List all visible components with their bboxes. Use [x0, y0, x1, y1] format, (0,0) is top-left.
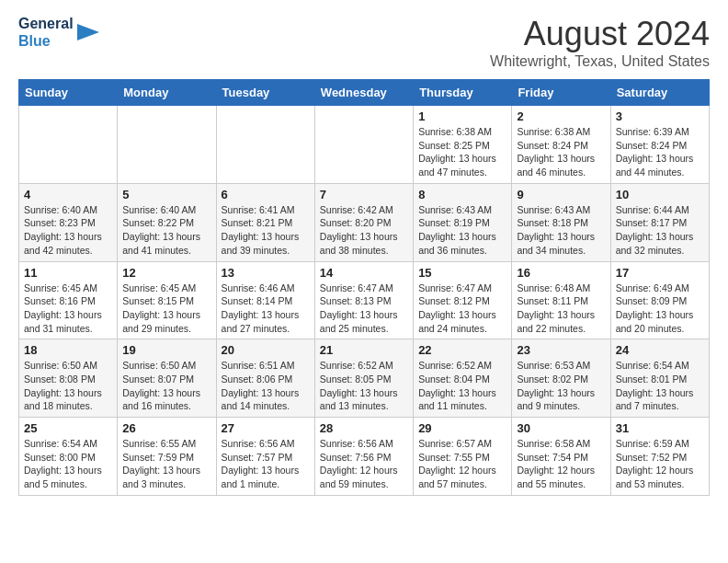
cell-sunset: Sunset: 8:22 PM: [122, 216, 210, 230]
weekday-header-wednesday: Wednesday: [314, 80, 413, 106]
cell-sunset: Sunset: 8:25 PM: [418, 139, 506, 153]
cell-sunset: Sunset: 8:24 PM: [616, 139, 704, 153]
cell-day-number: 23: [517, 343, 605, 357]
cell-sunset: Sunset: 8:09 PM: [616, 294, 704, 308]
calendar-cell: 8 Sunrise: 6:43 AM Sunset: 8:19 PM Dayli…: [414, 183, 512, 261]
calendar-cell: 2 Sunrise: 6:38 AM Sunset: 8:24 PM Dayli…: [512, 106, 610, 184]
cell-daylight: Daylight: 13 hours and 32 minutes.: [616, 230, 704, 257]
cell-day-number: 29: [418, 421, 506, 435]
cell-day-number: 13: [222, 266, 310, 280]
cell-sunset: Sunset: 8:08 PM: [24, 373, 112, 386]
cell-day-number: 7: [320, 188, 408, 201]
cell-daylight: Daylight: 13 hours and 34 minutes.: [517, 230, 605, 257]
cell-sunset: Sunset: 8:14 PM: [222, 294, 310, 308]
cell-daylight: Daylight: 13 hours and 29 minutes.: [122, 308, 210, 335]
cell-sunset: Sunset: 7:52 PM: [616, 451, 704, 465]
cell-sunrise: Sunrise: 6:43 AM: [418, 203, 506, 217]
cell-sunrise: Sunrise: 6:47 AM: [418, 282, 506, 295]
cell-day-number: 31: [616, 421, 704, 435]
cell-day-number: 1: [418, 109, 506, 123]
cell-sunset: Sunset: 8:23 PM: [24, 216, 112, 230]
cell-day-number: 21: [320, 343, 408, 357]
calendar-cell: 23 Sunrise: 6:53 AM Sunset: 8:02 PM Dayl…: [512, 339, 610, 418]
calendar-week-row: 11 Sunrise: 6:45 AM Sunset: 8:16 PM Dayl…: [19, 261, 710, 339]
calendar-cell: 12 Sunrise: 6:45 AM Sunset: 8:15 PM Dayl…: [118, 261, 216, 339]
cell-day-number: 12: [122, 266, 210, 280]
cell-day-number: 10: [616, 188, 704, 201]
title-area: August 2024 Whitewright, Texas, United S…: [490, 15, 710, 70]
cell-day-number: 28: [320, 421, 408, 435]
calendar-week-row: 25 Sunrise: 6:54 AM Sunset: 8:00 PM Dayl…: [19, 418, 710, 496]
calendar-week-row: 4 Sunrise: 6:40 AM Sunset: 8:23 PM Dayli…: [19, 183, 710, 261]
cell-daylight: Daylight: 13 hours and 3 minutes.: [122, 464, 210, 490]
cell-day-number: 22: [418, 343, 506, 357]
cell-daylight: Daylight: 13 hours and 46 minutes.: [517, 152, 605, 178]
cell-sunset: Sunset: 7:56 PM: [320, 451, 408, 465]
cell-daylight: Daylight: 12 hours and 59 minutes.: [320, 464, 408, 490]
cell-sunset: Sunset: 7:54 PM: [517, 451, 605, 465]
cell-daylight: Daylight: 12 hours and 57 minutes.: [418, 464, 506, 490]
cell-daylight: Daylight: 13 hours and 25 minutes.: [320, 308, 408, 335]
calendar-cell: 6 Sunrise: 6:41 AM Sunset: 8:21 PM Dayli…: [216, 183, 314, 261]
cell-sunset: Sunset: 7:59 PM: [122, 451, 210, 465]
cell-day-number: 3: [616, 109, 704, 123]
cell-sunrise: Sunrise: 6:43 AM: [517, 203, 605, 217]
calendar-cell: 21 Sunrise: 6:52 AM Sunset: 8:05 PM Dayl…: [314, 339, 413, 418]
calendar-cell: 16 Sunrise: 6:48 AM Sunset: 8:11 PM Dayl…: [512, 261, 610, 339]
calendar-cell: 9 Sunrise: 6:43 AM Sunset: 8:18 PM Dayli…: [512, 183, 610, 261]
cell-day-number: 16: [517, 266, 605, 280]
cell-sunrise: Sunrise: 6:40 AM: [24, 203, 112, 217]
cell-sunrise: Sunrise: 6:49 AM: [616, 282, 704, 295]
cell-day-number: 26: [122, 421, 210, 435]
cell-daylight: Daylight: 13 hours and 11 minutes.: [418, 386, 506, 413]
cell-sunrise: Sunrise: 6:46 AM: [222, 282, 310, 295]
calendar-cell: 17 Sunrise: 6:49 AM Sunset: 8:09 PM Dayl…: [610, 261, 709, 339]
cell-sunset: Sunset: 8:21 PM: [222, 216, 310, 230]
cell-sunset: Sunset: 8:12 PM: [418, 294, 506, 308]
cell-day-number: 4: [24, 188, 112, 201]
calendar-cell: 5 Sunrise: 6:40 AM Sunset: 8:22 PM Dayli…: [118, 183, 216, 261]
calendar-cell: 7 Sunrise: 6:42 AM Sunset: 8:20 PM Dayli…: [314, 183, 413, 261]
cell-sunset: Sunset: 8:19 PM: [418, 216, 506, 230]
calendar-cell: 27 Sunrise: 6:56 AM Sunset: 7:57 PM Dayl…: [216, 418, 314, 496]
cell-sunrise: Sunrise: 6:40 AM: [122, 203, 210, 217]
logo-arrow-icon: [77, 21, 99, 43]
calendar-week-row: 18 Sunrise: 6:50 AM Sunset: 8:08 PM Dayl…: [19, 339, 710, 418]
calendar-cell: 26 Sunrise: 6:55 AM Sunset: 7:59 PM Dayl…: [118, 418, 216, 496]
cell-sunrise: Sunrise: 6:39 AM: [616, 125, 704, 139]
cell-sunset: Sunset: 8:20 PM: [320, 216, 408, 230]
calendar-cell: 31 Sunrise: 6:59 AM Sunset: 7:52 PM Dayl…: [610, 418, 709, 496]
cell-sunrise: Sunrise: 6:55 AM: [122, 437, 210, 451]
cell-sunset: Sunset: 8:18 PM: [517, 216, 605, 230]
cell-sunset: Sunset: 8:11 PM: [517, 294, 605, 308]
calendar-cell: 19 Sunrise: 6:50 AM Sunset: 8:07 PM Dayl…: [118, 339, 216, 418]
cell-sunrise: Sunrise: 6:51 AM: [222, 359, 310, 373]
cell-sunset: Sunset: 8:24 PM: [517, 139, 605, 153]
calendar-table: SundayMondayTuesdayWednesdayThursdayFrid…: [18, 79, 710, 496]
cell-day-number: 20: [222, 343, 310, 357]
location-title: Whitewright, Texas, United States: [490, 53, 710, 70]
cell-day-number: 19: [122, 343, 210, 357]
cell-day-number: 27: [222, 421, 310, 435]
cell-daylight: Daylight: 12 hours and 53 minutes.: [616, 464, 704, 490]
weekday-header-tuesday: Tuesday: [216, 80, 314, 106]
calendar-cell: [19, 106, 118, 184]
calendar-cell: 1 Sunrise: 6:38 AM Sunset: 8:25 PM Dayli…: [414, 106, 512, 184]
cell-day-number: 6: [222, 188, 310, 201]
cell-daylight: Daylight: 13 hours and 13 minutes.: [320, 386, 408, 413]
cell-daylight: Daylight: 13 hours and 24 minutes.: [418, 308, 506, 335]
weekday-header-sunday: Sunday: [19, 80, 118, 106]
cell-sunrise: Sunrise: 6:38 AM: [418, 125, 506, 139]
cell-sunrise: Sunrise: 6:45 AM: [24, 282, 112, 295]
logo: General Blue: [18, 15, 99, 50]
weekday-header-saturday: Saturday: [610, 80, 709, 106]
cell-sunrise: Sunrise: 6:54 AM: [24, 437, 112, 451]
cell-day-number: 24: [616, 343, 704, 357]
cell-sunset: Sunset: 8:06 PM: [222, 373, 310, 386]
cell-sunrise: Sunrise: 6:54 AM: [616, 359, 704, 373]
cell-day-number: 15: [418, 266, 506, 280]
cell-daylight: Daylight: 13 hours and 39 minutes.: [222, 230, 310, 257]
page-header: General Blue August 2024 Whitewright, Te…: [18, 15, 710, 70]
cell-day-number: 8: [418, 188, 506, 201]
cell-daylight: Daylight: 13 hours and 20 minutes.: [616, 308, 704, 335]
